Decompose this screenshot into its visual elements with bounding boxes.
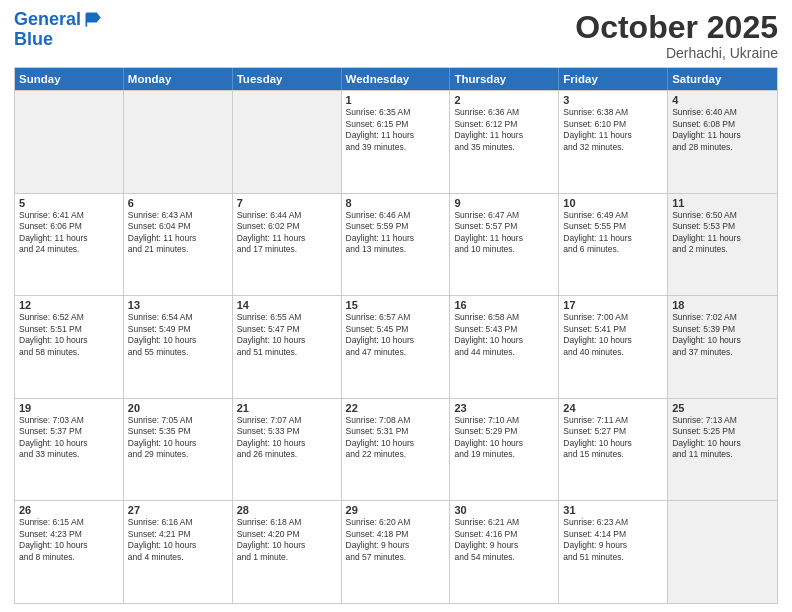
- cal-cell-4-3: 29Sunrise: 6:20 AM Sunset: 4:18 PM Dayli…: [342, 501, 451, 603]
- day-number: 14: [237, 299, 337, 311]
- cal-cell-4-5: 31Sunrise: 6:23 AM Sunset: 4:14 PM Dayli…: [559, 501, 668, 603]
- day-number: 26: [19, 504, 119, 516]
- cal-cell-0-6: 4Sunrise: 6:40 AM Sunset: 6:08 PM Daylig…: [668, 91, 777, 193]
- day-number: 31: [563, 504, 663, 516]
- day-number: 13: [128, 299, 228, 311]
- day-number: 4: [672, 94, 773, 106]
- cal-cell-0-1: [124, 91, 233, 193]
- weekday-header-monday: Monday: [124, 68, 233, 90]
- cal-cell-4-0: 26Sunrise: 6:15 AM Sunset: 4:23 PM Dayli…: [15, 501, 124, 603]
- cal-cell-1-4: 9Sunrise: 6:47 AM Sunset: 5:57 PM Daylig…: [450, 194, 559, 296]
- day-number: 7: [237, 197, 337, 209]
- logo: General Blue: [14, 10, 103, 50]
- cal-cell-0-0: [15, 91, 124, 193]
- cell-detail-text: Sunrise: 7:03 AM Sunset: 5:37 PM Dayligh…: [19, 415, 119, 461]
- cal-cell-2-2: 14Sunrise: 6:55 AM Sunset: 5:47 PM Dayli…: [233, 296, 342, 398]
- day-number: 19: [19, 402, 119, 414]
- cell-detail-text: Sunrise: 6:41 AM Sunset: 6:06 PM Dayligh…: [19, 210, 119, 256]
- cell-detail-text: Sunrise: 6:20 AM Sunset: 4:18 PM Dayligh…: [346, 517, 446, 563]
- day-number: 18: [672, 299, 773, 311]
- page: General Blue October 2025 Derhachi, Ukra…: [0, 0, 792, 612]
- cell-detail-text: Sunrise: 6:43 AM Sunset: 6:04 PM Dayligh…: [128, 210, 228, 256]
- cell-detail-text: Sunrise: 7:13 AM Sunset: 5:25 PM Dayligh…: [672, 415, 773, 461]
- cell-detail-text: Sunrise: 6:54 AM Sunset: 5:49 PM Dayligh…: [128, 312, 228, 358]
- cal-cell-3-6: 25Sunrise: 7:13 AM Sunset: 5:25 PM Dayli…: [668, 399, 777, 501]
- weekday-header-sunday: Sunday: [15, 68, 124, 90]
- cal-cell-0-3: 1Sunrise: 6:35 AM Sunset: 6:15 PM Daylig…: [342, 91, 451, 193]
- day-number: 11: [672, 197, 773, 209]
- header: General Blue October 2025 Derhachi, Ukra…: [14, 10, 778, 61]
- cal-cell-1-5: 10Sunrise: 6:49 AM Sunset: 5:55 PM Dayli…: [559, 194, 668, 296]
- cell-detail-text: Sunrise: 7:07 AM Sunset: 5:33 PM Dayligh…: [237, 415, 337, 461]
- cal-cell-3-4: 23Sunrise: 7:10 AM Sunset: 5:29 PM Dayli…: [450, 399, 559, 501]
- weekday-header-friday: Friday: [559, 68, 668, 90]
- cal-cell-2-3: 15Sunrise: 6:57 AM Sunset: 5:45 PM Dayli…: [342, 296, 451, 398]
- cal-cell-1-0: 5Sunrise: 6:41 AM Sunset: 6:06 PM Daylig…: [15, 194, 124, 296]
- weekday-header-thursday: Thursday: [450, 68, 559, 90]
- cell-detail-text: Sunrise: 6:40 AM Sunset: 6:08 PM Dayligh…: [672, 107, 773, 153]
- cell-detail-text: Sunrise: 7:05 AM Sunset: 5:35 PM Dayligh…: [128, 415, 228, 461]
- day-number: 15: [346, 299, 446, 311]
- cell-detail-text: Sunrise: 7:08 AM Sunset: 5:31 PM Dayligh…: [346, 415, 446, 461]
- cell-detail-text: Sunrise: 6:57 AM Sunset: 5:45 PM Dayligh…: [346, 312, 446, 358]
- day-number: 25: [672, 402, 773, 414]
- cell-detail-text: Sunrise: 6:50 AM Sunset: 5:53 PM Dayligh…: [672, 210, 773, 256]
- cal-cell-2-4: 16Sunrise: 6:58 AM Sunset: 5:43 PM Dayli…: [450, 296, 559, 398]
- cell-detail-text: Sunrise: 6:23 AM Sunset: 4:14 PM Dayligh…: [563, 517, 663, 563]
- cell-detail-text: Sunrise: 6:46 AM Sunset: 5:59 PM Dayligh…: [346, 210, 446, 256]
- logo-text: General: [14, 10, 81, 30]
- cell-detail-text: Sunrise: 6:15 AM Sunset: 4:23 PM Dayligh…: [19, 517, 119, 563]
- location: Derhachi, Ukraine: [575, 45, 778, 61]
- day-number: 21: [237, 402, 337, 414]
- day-number: 16: [454, 299, 554, 311]
- calendar: SundayMondayTuesdayWednesdayThursdayFrid…: [14, 67, 778, 604]
- weekday-header-saturday: Saturday: [668, 68, 777, 90]
- title-block: October 2025 Derhachi, Ukraine: [575, 10, 778, 61]
- cal-cell-3-2: 21Sunrise: 7:07 AM Sunset: 5:33 PM Dayli…: [233, 399, 342, 501]
- cal-cell-2-0: 12Sunrise: 6:52 AM Sunset: 5:51 PM Dayli…: [15, 296, 124, 398]
- cell-detail-text: Sunrise: 6:44 AM Sunset: 6:02 PM Dayligh…: [237, 210, 337, 256]
- cal-cell-2-5: 17Sunrise: 7:00 AM Sunset: 5:41 PM Dayli…: [559, 296, 668, 398]
- cell-detail-text: Sunrise: 7:10 AM Sunset: 5:29 PM Dayligh…: [454, 415, 554, 461]
- cal-cell-3-1: 20Sunrise: 7:05 AM Sunset: 5:35 PM Dayli…: [124, 399, 233, 501]
- cell-detail-text: Sunrise: 7:00 AM Sunset: 5:41 PM Dayligh…: [563, 312, 663, 358]
- cal-cell-2-1: 13Sunrise: 6:54 AM Sunset: 5:49 PM Dayli…: [124, 296, 233, 398]
- cell-detail-text: Sunrise: 6:47 AM Sunset: 5:57 PM Dayligh…: [454, 210, 554, 256]
- cell-detail-text: Sunrise: 6:36 AM Sunset: 6:12 PM Dayligh…: [454, 107, 554, 153]
- cal-cell-1-2: 7Sunrise: 6:44 AM Sunset: 6:02 PM Daylig…: [233, 194, 342, 296]
- day-number: 27: [128, 504, 228, 516]
- cell-detail-text: Sunrise: 6:18 AM Sunset: 4:20 PM Dayligh…: [237, 517, 337, 563]
- month-title: October 2025: [575, 10, 778, 45]
- calendar-row-2: 12Sunrise: 6:52 AM Sunset: 5:51 PM Dayli…: [15, 295, 777, 398]
- day-number: 30: [454, 504, 554, 516]
- day-number: 8: [346, 197, 446, 209]
- day-number: 2: [454, 94, 554, 106]
- calendar-row-1: 5Sunrise: 6:41 AM Sunset: 6:06 PM Daylig…: [15, 193, 777, 296]
- day-number: 3: [563, 94, 663, 106]
- cal-cell-3-3: 22Sunrise: 7:08 AM Sunset: 5:31 PM Dayli…: [342, 399, 451, 501]
- cal-cell-0-4: 2Sunrise: 6:36 AM Sunset: 6:12 PM Daylig…: [450, 91, 559, 193]
- day-number: 9: [454, 197, 554, 209]
- cal-cell-0-5: 3Sunrise: 6:38 AM Sunset: 6:10 PM Daylig…: [559, 91, 668, 193]
- logo-flag-icon: [83, 10, 103, 30]
- day-number: 22: [346, 402, 446, 414]
- day-number: 17: [563, 299, 663, 311]
- day-number: 24: [563, 402, 663, 414]
- logo-blue-text: Blue: [14, 30, 103, 50]
- day-number: 5: [19, 197, 119, 209]
- day-number: 1: [346, 94, 446, 106]
- cal-cell-1-1: 6Sunrise: 6:43 AM Sunset: 6:04 PM Daylig…: [124, 194, 233, 296]
- weekday-header-wednesday: Wednesday: [342, 68, 451, 90]
- cal-cell-1-6: 11Sunrise: 6:50 AM Sunset: 5:53 PM Dayli…: [668, 194, 777, 296]
- cal-cell-4-4: 30Sunrise: 6:21 AM Sunset: 4:16 PM Dayli…: [450, 501, 559, 603]
- cell-detail-text: Sunrise: 6:58 AM Sunset: 5:43 PM Dayligh…: [454, 312, 554, 358]
- cal-cell-3-0: 19Sunrise: 7:03 AM Sunset: 5:37 PM Dayli…: [15, 399, 124, 501]
- cal-cell-4-1: 27Sunrise: 6:16 AM Sunset: 4:21 PM Dayli…: [124, 501, 233, 603]
- cal-cell-4-2: 28Sunrise: 6:18 AM Sunset: 4:20 PM Dayli…: [233, 501, 342, 603]
- day-number: 20: [128, 402, 228, 414]
- calendar-row-3: 19Sunrise: 7:03 AM Sunset: 5:37 PM Dayli…: [15, 398, 777, 501]
- cal-cell-4-6: [668, 501, 777, 603]
- cell-detail-text: Sunrise: 6:38 AM Sunset: 6:10 PM Dayligh…: [563, 107, 663, 153]
- cal-cell-0-2: [233, 91, 342, 193]
- calendar-row-0: 1Sunrise: 6:35 AM Sunset: 6:15 PM Daylig…: [15, 90, 777, 193]
